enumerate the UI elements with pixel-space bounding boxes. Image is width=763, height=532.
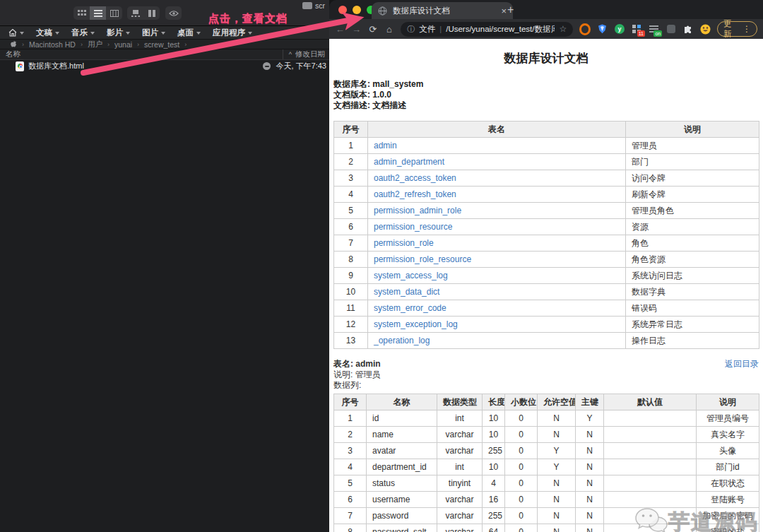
- toc-cell-table: system_data_dict: [368, 284, 626, 300]
- new-tab-button[interactable]: +: [507, 4, 514, 16]
- columns-cell: 0: [505, 410, 538, 427]
- icon-view-button[interactable]: [73, 6, 90, 20]
- reload-button[interactable]: ⟳: [368, 24, 378, 35]
- finder-menu-item[interactable]: 影片: [107, 28, 130, 38]
- close-window-button[interactable]: [338, 6, 347, 14]
- home-button[interactable]: ⌂: [384, 24, 394, 35]
- table-row: 5permission_admin_role管理员角色: [334, 203, 759, 219]
- forward-button[interactable]: →: [351, 24, 361, 35]
- columns-cell: 10: [483, 459, 505, 475]
- breadcrumb-item[interactable]: screw_test: [144, 40, 179, 49]
- table-link[interactable]: admin: [374, 141, 397, 150]
- html-file-icon: [16, 61, 24, 71]
- minimize-window-button[interactable]: [353, 6, 361, 14]
- eye-glyph-icon: [169, 10, 179, 17]
- extension-badge-on: on: [653, 30, 662, 37]
- breadcrumb-separator: ›: [137, 41, 139, 48]
- breadcrumb-item[interactable]: 用户: [88, 40, 102, 49]
- finder-menu-item[interactable]: 桌面: [177, 28, 201, 38]
- column-view-button[interactable]: [106, 6, 122, 20]
- view-mode-segmented-control[interactable]: [73, 6, 122, 20]
- gallery-view-button[interactable]: [127, 6, 143, 20]
- breadcrumb-item[interactable]: Macintosh HD: [29, 40, 76, 49]
- toc-cell-table: permission_resource: [368, 219, 626, 235]
- columns-cell: tinyint: [437, 475, 483, 492]
- eye-icon[interactable]: [165, 6, 182, 20]
- breadcrumb-item[interactable]: yunai: [114, 40, 132, 49]
- columns-cell: N: [538, 410, 576, 427]
- toc-cell-table: admin_department: [368, 154, 626, 170]
- name-column-header[interactable]: 名称: [0, 49, 20, 59]
- desktop-file-shortcut[interactable]: scr: [302, 1, 325, 10]
- address-text[interactable]: /Users/yunai/screw_test/数据库...: [446, 24, 555, 35]
- toc-cell-table: permission_role: [368, 235, 626, 252]
- extensions-puzzle-icon[interactable]: [682, 23, 693, 35]
- home-menu-item[interactable]: [8, 29, 24, 37]
- columns-cell: [604, 427, 697, 443]
- extension-emoji-icon[interactable]: [700, 23, 711, 35]
- columns-cell: 在职状态: [697, 475, 759, 492]
- extension-shield-icon[interactable]: [597, 23, 608, 35]
- table-link[interactable]: permission_role: [374, 238, 434, 248]
- bookmark-star-icon[interactable]: ☆: [559, 24, 567, 34]
- columns-cell: 6: [334, 492, 367, 508]
- browser-menu-icon[interactable]: ⋮: [743, 24, 751, 34]
- table-link[interactable]: permission_admin_role: [374, 206, 461, 215]
- table-link[interactable]: oauth2_access_token: [374, 173, 456, 183]
- breadcrumb: ›Macintosh HD›用户›yunai›screw_test›: [0, 40, 329, 49]
- toc-cell-table: permission_role_resource: [368, 252, 626, 268]
- table-link[interactable]: oauth2_refresh_token: [374, 189, 456, 199]
- back-button[interactable]: ←: [335, 24, 345, 35]
- group-view-button[interactable]: [143, 6, 160, 20]
- toc-cell-desc: 管理员角色: [626, 203, 759, 219]
- toc-cell-table: oauth2_access_token: [368, 170, 626, 187]
- page-info-icon[interactable]: ⓘ: [407, 24, 415, 35]
- file-row[interactable]: 数据库文档.html 今天, 下午7:43: [0, 60, 329, 72]
- table-link[interactable]: system_data_dict: [374, 287, 439, 297]
- list-view-button[interactable]: [90, 6, 106, 20]
- extension-list-icon[interactable]: on: [649, 23, 659, 35]
- update-button[interactable]: 更新 ⋮: [717, 21, 757, 37]
- columns-cell: [604, 410, 697, 427]
- finder-toolbar: scr: [0, 0, 329, 26]
- back-to-toc-link[interactable]: 返回目录: [725, 359, 759, 370]
- sort-ascending-icon: ^: [289, 51, 292, 58]
- table-row: 10system_data_dict数据字典: [334, 284, 759, 300]
- finder-menu-item[interactable]: 文稿: [36, 28, 59, 38]
- toc-cell-num: 1: [334, 138, 368, 154]
- chevron-down-icon: [20, 32, 24, 35]
- tab-close-icon[interactable]: ×: [501, 6, 507, 16]
- table-link[interactable]: system_exception_log: [374, 319, 458, 329]
- columns-cell: 4: [334, 459, 367, 475]
- extension-grid-icon[interactable]: 11: [632, 23, 642, 35]
- finder-menu-item[interactable]: 应用程序: [213, 28, 252, 38]
- finder-column-headers: 名称 ^ 修改日期: [0, 49, 329, 60]
- address-bar[interactable]: ⓘ 文件 | /Users/yunai/screw_test/数据库... ☆: [401, 22, 573, 37]
- table-link[interactable]: system_access_log: [374, 271, 448, 280]
- table-row: 4oauth2_refresh_token刷新令牌: [334, 187, 759, 203]
- columns-cell: avatar: [367, 443, 437, 459]
- apple-icon: [10, 40, 17, 49]
- smiley-icon: [700, 24, 711, 35]
- extension-gray-icon[interactable]: [666, 23, 676, 35]
- toc-cell-num: 6: [334, 219, 368, 235]
- table-link[interactable]: permission_resource: [374, 222, 452, 232]
- finder-menu-item[interactable]: 图片: [142, 28, 165, 38]
- gallery-segmented-control[interactable]: [127, 6, 160, 20]
- table-link[interactable]: permission_role_resource: [374, 254, 471, 264]
- table-row: 3avatarvarchar2550YN头像: [334, 443, 759, 459]
- table-link[interactable]: admin_department: [374, 157, 444, 167]
- date-column-header[interactable]: ^ 修改日期: [283, 49, 325, 59]
- columns-cell: 真实名字: [697, 427, 759, 443]
- finder-menu-item[interactable]: 音乐: [71, 28, 95, 38]
- toc-cell-desc: 操作日志: [626, 333, 759, 349]
- extension-green-circle-icon[interactable]: y: [614, 23, 625, 35]
- chevron-down-icon: [55, 32, 59, 35]
- table-row: 8password_saltvarchar640NN密码的盐: [334, 524, 759, 532]
- table-link[interactable]: _operation_log: [374, 336, 430, 345]
- quicklook-control[interactable]: [165, 6, 182, 20]
- browser-tab[interactable]: 数据库设计文档 ×: [372, 2, 513, 19]
- extension-orange-ring-icon[interactable]: [579, 23, 591, 35]
- table-link[interactable]: system_error_code: [374, 303, 446, 313]
- columns-table-body: 1idint100NY管理员编号2namevarchar100NN真实名字3av…: [334, 410, 759, 532]
